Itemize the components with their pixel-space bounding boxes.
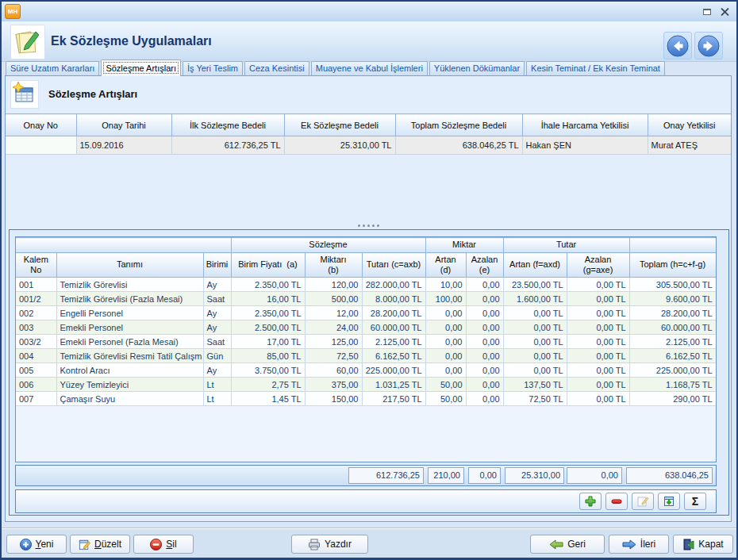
- plus-icon: [584, 495, 597, 508]
- col-azalan-g[interactable]: Azalan (g=axe): [567, 253, 629, 278]
- nav-forward-button[interactable]: [694, 32, 723, 59]
- total-tutari: 612.736,25: [348, 467, 424, 484]
- kapat-button[interactable]: Kapat: [673, 535, 733, 554]
- splitter-grip[interactable]: [6, 223, 731, 228]
- forward-arrow-icon: [622, 539, 636, 550]
- tab-yuklenen-dokumanlar[interactable]: Yüklenen Dökümanlar: [429, 61, 525, 75]
- col-onay-yetkilisi[interactable]: Onay Yetkilisi: [648, 114, 731, 136]
- delete-circle-icon: [150, 539, 162, 550]
- yazdir-button[interactable]: Yazdır: [291, 535, 368, 554]
- app-icon: [10, 25, 45, 59]
- group-blank-right: [629, 238, 716, 253]
- items-row[interactable]: 006 Yüzey Temizleyici Lt 2,75 TL 375,00 …: [16, 378, 716, 392]
- items-group-header-row: Sözleşme Miktar Tutar: [16, 238, 716, 253]
- col-tanimi[interactable]: Tanımı: [56, 253, 203, 278]
- items-grid: Sözleşme Miktar Tutar Kalem No Tanımı Bi…: [16, 237, 717, 406]
- back-arrow-icon: [549, 539, 563, 550]
- add-row-button[interactable]: [579, 493, 602, 510]
- tab-sure-uzatim-kararlari[interactable]: Süre Uzatım Kararları: [6, 61, 99, 75]
- title-bar: MH: [2, 2, 736, 21]
- col-artan-f[interactable]: Artan (f=axd): [503, 253, 567, 278]
- edit-row-button[interactable]: [632, 493, 654, 510]
- group-tutar: Tutar: [503, 238, 629, 253]
- section-icon: [10, 80, 39, 109]
- col-miktari[interactable]: Miktarı (b): [305, 253, 362, 278]
- approvals-row[interactable]: 15.09.2016 612.736,25 TL 25.310,00 TL 63…: [6, 136, 731, 155]
- items-row[interactable]: 004 Temizlik Görevlisi Resmi Tatil Çalış…: [16, 349, 716, 363]
- maximize-button[interactable]: [700, 6, 714, 18]
- items-row[interactable]: 001/2 Temizlik Görevlisi (Fazla Mesai) S…: [16, 292, 716, 306]
- exit-door-icon: [682, 539, 694, 550]
- close-icon: [721, 8, 729, 17]
- col-artan-d[interactable]: Artan (d): [425, 253, 466, 278]
- nav-back-button[interactable]: [663, 32, 692, 59]
- page-title: Ek Sözleşme Uygulamaları: [51, 21, 212, 61]
- col-toplam-sozlesme-bedeli[interactable]: Toplam Sözleşme Bedeli: [395, 114, 522, 136]
- items-gridbox: Sözleşme Miktar Tutar Kalem No Tanımı Bi…: [15, 236, 717, 462]
- duzelt-button[interactable]: Düzelt: [70, 535, 130, 554]
- close-button[interactable]: [717, 6, 732, 18]
- total-artan-f: 25.310,00: [505, 467, 564, 484]
- col-onay-tarihi[interactable]: Onay Tarihi: [76, 114, 171, 136]
- items-header-row: Kalem No Tanımı Birimi Birim Fiyatı (a) …: [16, 253, 716, 278]
- sil-button[interactable]: Sil: [133, 535, 194, 554]
- col-tutari[interactable]: Tutarı (c=axb): [362, 253, 425, 278]
- tab-kesin-teminat[interactable]: Kesin Teminat / Ek Kesin Teminat: [526, 61, 665, 75]
- items-row[interactable]: 003 Emekli Personel Ay 2.500,00 TL 24,00…: [16, 320, 716, 335]
- sum-button[interactable]: Σ: [684, 493, 706, 510]
- tab-is-yeri-teslim[interactable]: İş Yeri Teslim: [183, 61, 243, 75]
- col-azalan-e[interactable]: Azalan (e): [466, 253, 503, 278]
- totals-bar: 612.736,25 210,00 0,00 25.310,00 0,00 63…: [15, 465, 717, 486]
- yeni-button[interactable]: Yeni: [6, 535, 67, 554]
- tab-ceza-kesintisi[interactable]: Ceza Kesintisi: [244, 61, 309, 75]
- items-row[interactable]: 005 Kontrol Aracı Ay 3.750,00 TL 60,00 2…: [16, 363, 716, 378]
- group-blank-left: [16, 238, 231, 253]
- delete-row-button[interactable]: [605, 493, 628, 510]
- export-icon: [663, 495, 675, 508]
- tab-muayene-ve-kabul[interactable]: Muayene ve Kabul İşlemleri: [311, 61, 428, 75]
- items-row[interactable]: 003/2 Emekli Personel (Fazla Mesai) Saat…: [16, 335, 716, 349]
- items-row[interactable]: 002 Engelli Personel Ay 2.350,00 TL 12,0…: [16, 306, 716, 320]
- col-kalem-no[interactable]: Kalem No: [16, 253, 56, 278]
- col-birim-fiyati[interactable]: Birim Fiyatı (a): [231, 253, 305, 278]
- section-title: Sözleşme Artışları: [48, 80, 137, 107]
- tab-strip: Süre Uzatım Kararları Sözleşme Artışları…: [5, 61, 733, 75]
- edit-icon: [636, 495, 649, 508]
- tab-page: Sözleşme Artışları Onay No Onay Tarihi İ…: [5, 75, 732, 522]
- app-badge-icon: MH: [5, 4, 21, 19]
- col-onay-no[interactable]: Onay No: [6, 114, 76, 136]
- geri-button[interactable]: Geri: [530, 535, 605, 554]
- sigma-icon: Σ: [692, 496, 698, 507]
- col-ek-sozlesme-bedeli[interactable]: Ek Sözleşme Bedeli: [284, 114, 395, 136]
- total-azalan-g: 0,00: [567, 467, 622, 484]
- maximize-icon: [703, 9, 711, 15]
- tab-sozlesme-artislari[interactable]: Sözleşme Artışları: [101, 59, 181, 76]
- ileri-button[interactable]: İleri: [609, 535, 669, 554]
- total-azalan-e: 0,00: [468, 467, 501, 484]
- group-miktar: Miktar: [425, 238, 503, 253]
- col-ilk-sozlesme-bedeli[interactable]: İlk Sözleşme Bedeli: [171, 114, 284, 136]
- minus-icon: [610, 495, 623, 508]
- items-row[interactable]: 007 Çamaşır Suyu Lt 1,45 TL 150,00 217,5…: [16, 392, 716, 406]
- approvals-grid: Onay No Onay Tarihi İlk Sözleşme Bedeli …: [6, 113, 731, 155]
- edit-note-icon: [79, 539, 90, 550]
- new-plus-icon: [20, 539, 32, 550]
- total-artan-d: 210,00: [428, 467, 464, 484]
- col-toplam[interactable]: Toplam (h=c+f-g): [629, 253, 716, 278]
- export-button[interactable]: [658, 493, 680, 510]
- footer-bar: Yeni Düzelt Sil Yazdır Geri: [2, 528, 736, 558]
- approvals-header-row: Onay No Onay Tarihi İlk Sözleşme Bedeli …: [6, 114, 731, 136]
- grid-toolbar: Σ: [15, 489, 717, 513]
- group-sozlesme: Sözleşme: [231, 238, 425, 253]
- col-birimi[interactable]: Birimi: [203, 253, 231, 278]
- items-row[interactable]: 001 Temizlik Görevlisi Ay 2.350,00 TL 12…: [16, 278, 716, 292]
- printer-icon: [308, 539, 321, 550]
- items-panel: Sözleşme Miktar Tutar Kalem No Tanımı Bi…: [9, 229, 729, 516]
- total-toplam: 638.046,25: [626, 467, 713, 484]
- window-header: Ek Sözleşme Uygulamaları: [2, 21, 736, 62]
- col-ihale-harcama-yetkilisi[interactable]: İhale Harcama Yetkilisi: [522, 114, 648, 136]
